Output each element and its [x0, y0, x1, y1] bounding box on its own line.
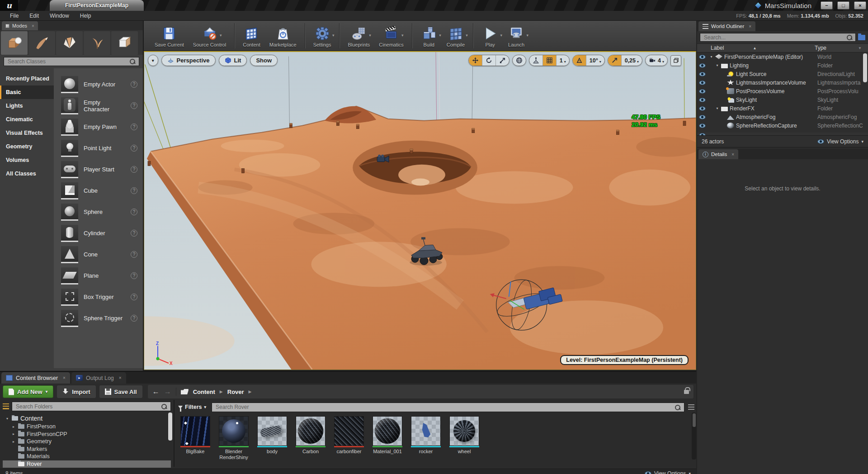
- sources-toggle-icon[interactable]: [3, 403, 9, 409]
- folder-markers[interactable]: Markers: [3, 446, 171, 453]
- close-button[interactable]: ×: [854, 1, 866, 9]
- lit-mode-button[interactable]: Lit: [219, 55, 247, 66]
- placeable-item-player-start[interactable]: Player Start?: [61, 159, 143, 180]
- help-icon[interactable]: ?: [131, 81, 137, 88]
- search-folders-input[interactable]: [12, 402, 171, 411]
- search-classes-input[interactable]: [4, 57, 139, 66]
- camera-speed-button[interactable]: 4 ▾: [646, 55, 667, 66]
- scale-snap-button[interactable]: [608, 55, 622, 66]
- surface-snap-button[interactable]: [529, 55, 543, 66]
- maximize-button[interactable]: □: [837, 1, 849, 9]
- toolbar-button-launch[interactable]: ▾Launch: [503, 22, 529, 48]
- outliner-row-lightmassimportancevolume[interactable]: LightmassImportanceVolumeLightmassImport…: [697, 78, 868, 87]
- mode-category-recently-placed[interactable]: Recently Placed: [0, 72, 54, 85]
- rotate-tool-button[interactable]: [482, 55, 496, 66]
- maximize-viewport-button[interactable]: [670, 55, 681, 66]
- world-outliner-tab[interactable]: World Outliner ×: [698, 21, 755, 31]
- toolbar-button-play[interactable]: ▾Play: [477, 22, 503, 48]
- outliner-search-input[interactable]: [700, 33, 856, 42]
- search-assets-input[interactable]: [212, 403, 684, 412]
- help-icon[interactable]: ?: [131, 209, 137, 215]
- outliner-row-postprocessvolume[interactable]: PostProcessVolumePostProcessVolu: [697, 87, 868, 95]
- mode-tool-place[interactable]: [1, 31, 28, 55]
- perspective-button[interactable]: Perspective: [161, 55, 216, 66]
- outliner-row-light-source[interactable]: Light SourceDirectionalLight: [697, 70, 868, 78]
- placeable-item-sphere-trigger[interactable]: Sphere Trigger?: [61, 308, 143, 329]
- help-icon[interactable]: ?: [131, 166, 137, 173]
- back-button[interactable]: ←: [152, 388, 160, 396]
- mode-tool-foliage[interactable]: [84, 31, 110, 55]
- toolbar-button-marketplace[interactable]: Marketplace: [265, 22, 301, 48]
- outliner-row-firstpersonexamplemap-editor[interactable]: ▾FirstPersonExampleMap (Editor)World: [697, 52, 868, 61]
- toolbar-button-content[interactable]: Content: [238, 22, 265, 48]
- viewport-3d-scene[interactable]: [144, 52, 696, 370]
- help-icon[interactable]: ?: [131, 102, 137, 109]
- breadcrumb-content[interactable]: Content: [193, 389, 215, 395]
- modes-tab[interactable]: Modes ×: [2, 21, 38, 30]
- mode-category-lights[interactable]: Lights: [0, 99, 54, 113]
- placeable-item-plane[interactable]: Plane?: [61, 265, 143, 286]
- folder-materials[interactable]: Materials: [3, 453, 171, 460]
- level-tab[interactable]: FirstPersonExampleMap: [50, 0, 144, 11]
- help-icon[interactable]: ?: [131, 315, 137, 322]
- toolbar-button-build[interactable]: ▾Build: [416, 22, 442, 48]
- scale-snap-value-button[interactable]: 0,25▾: [622, 55, 642, 66]
- close-icon[interactable]: ×: [63, 375, 66, 380]
- folder-content[interactable]: ▾Content: [3, 414, 171, 423]
- tree-expand-icon[interactable]: ▸: [11, 432, 16, 436]
- toolbar-button-compile[interactable]: ▾Compile: [442, 22, 469, 48]
- toolbar-button-cinematics[interactable]: ▾Cinematics: [374, 22, 408, 48]
- placeable-item-cube[interactable]: Cube?: [61, 180, 143, 201]
- visibility-eye-icon[interactable]: [699, 115, 706, 119]
- outliner-view-options-button[interactable]: View Options ▾: [817, 138, 863, 145]
- forward-button[interactable]: →: [164, 388, 171, 396]
- toolbar-button-source-control[interactable]: ▾Source Control: [189, 22, 231, 48]
- help-icon[interactable]: ?: [131, 251, 137, 258]
- menu-window[interactable]: Window: [44, 12, 75, 20]
- help-icon[interactable]: ?: [131, 272, 137, 279]
- angle-snap-value-button[interactable]: 10°▾: [586, 55, 604, 66]
- menu-edit[interactable]: Edit: [24, 12, 44, 20]
- label-column-header[interactable]: Label: [711, 45, 724, 51]
- close-icon[interactable]: ×: [119, 375, 122, 380]
- folder-rover[interactable]: Rover: [3, 460, 171, 468]
- mode-tool-paint[interactable]: [28, 31, 55, 55]
- placeable-item-empty-actor[interactable]: Empty Actor?: [61, 74, 143, 95]
- asset-blender-rendershiny-baked[interactable]: Blender RenderShiny Baked: [216, 416, 252, 461]
- mode-tool-landscape[interactable]: [56, 31, 83, 55]
- menu-help[interactable]: Help: [75, 12, 97, 20]
- type-column-header[interactable]: Type: [815, 45, 826, 51]
- placeable-item-cylinder[interactable]: Cylinder?: [61, 223, 143, 244]
- visibility-eye-icon[interactable]: [699, 63, 706, 68]
- expand-arrow-icon[interactable]: ▾: [709, 55, 713, 59]
- close-icon[interactable]: ×: [731, 152, 734, 157]
- visibility-eye-icon[interactable]: [699, 55, 706, 59]
- tab-output-log[interactable]: ▸Output Log×: [71, 372, 126, 384]
- placeable-item-sphere[interactable]: Sphere?: [61, 201, 143, 223]
- details-tab[interactable]: i Details ×: [698, 149, 738, 159]
- tab-content-browser[interactable]: Content Browser×: [1, 372, 70, 384]
- minimize-button[interactable]: −: [821, 1, 833, 9]
- outliner-row-atmosphericfog[interactable]: AtmosphericFogAtmosphericFog: [697, 113, 868, 121]
- folder-geometry[interactable]: ▸Geometry: [3, 438, 171, 446]
- asset-blgbake[interactable]: BlgBake: [177, 416, 213, 461]
- mode-category-all-classes[interactable]: All Classes: [0, 167, 54, 180]
- viewport[interactable]: ▾ Perspective Lit Show: [144, 51, 696, 370]
- grid-snap-button[interactable]: [543, 55, 557, 66]
- close-icon[interactable]: ×: [32, 24, 34, 28]
- placeable-item-empty-pawn[interactable]: Empty Pawn?: [61, 116, 143, 137]
- tree-scrollbar[interactable]: [168, 412, 172, 441]
- folder-firstpersoncpp[interactable]: ▸FirstPersonCPP: [3, 431, 171, 438]
- toolbar-button-save-current[interactable]: Save Current: [150, 22, 189, 48]
- help-icon[interactable]: ?: [131, 145, 137, 152]
- mode-category-visual-effects[interactable]: Visual Effects: [0, 126, 54, 140]
- import-button[interactable]: Import: [57, 385, 95, 398]
- angle-snap-button[interactable]: [573, 55, 586, 66]
- mode-tool-geometry[interactable]: [111, 31, 138, 55]
- visibility-eye-icon[interactable]: [699, 81, 706, 85]
- grid-snap-value-button[interactable]: 1▾: [557, 55, 569, 66]
- visibility-eye-icon[interactable]: [699, 72, 706, 76]
- toolbar-button-settings[interactable]: ▾Settings: [309, 22, 336, 48]
- placeable-item-point-light[interactable]: Point Light?: [61, 137, 143, 159]
- mode-category-cinematic[interactable]: Cinematic: [0, 113, 54, 126]
